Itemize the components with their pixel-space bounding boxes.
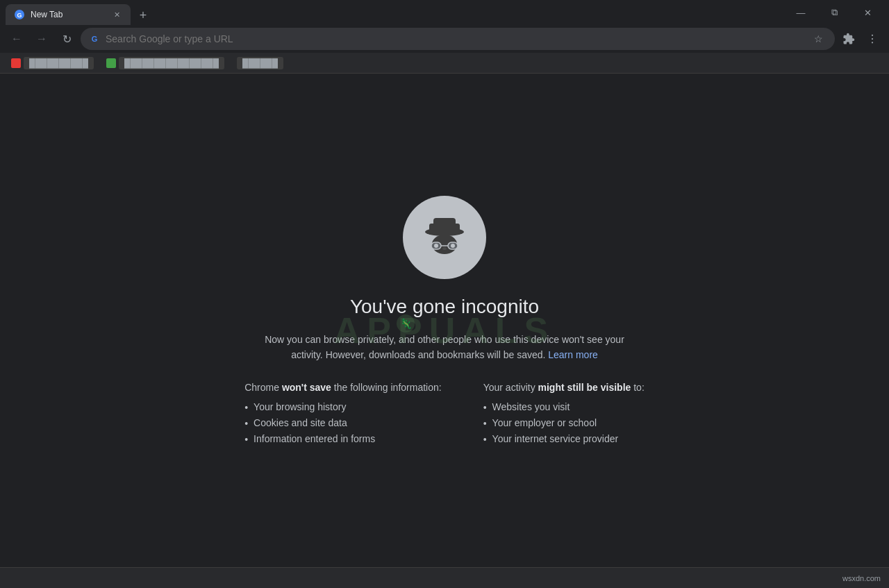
extensions-icon xyxy=(842,33,855,45)
still-visible-heading: Your activity might still be visible to: xyxy=(483,382,645,393)
svg-point-4 xyxy=(872,35,873,36)
back-button[interactable]: ← xyxy=(6,28,28,50)
still-visible-item-3: Your internet service provider xyxy=(483,433,645,445)
wont-save-item-2: Cookies and site data xyxy=(244,417,441,429)
bookmark-favicon-2 xyxy=(106,58,116,68)
bookmark-label-1: ██████████ xyxy=(24,57,94,69)
incognito-title: You've gone incognito xyxy=(350,296,539,318)
svg-point-17 xyxy=(434,244,438,248)
maximize-button[interactable]: ⧉ xyxy=(818,0,850,25)
svg-rect-11 xyxy=(433,218,456,226)
reload-icon: ↻ xyxy=(63,33,72,46)
status-bar-text: wsxdn.com xyxy=(842,574,881,582)
wont-save-bold: won't save xyxy=(282,382,331,393)
svg-point-18 xyxy=(451,244,455,248)
tab-favicon: G xyxy=(14,9,25,20)
close-button[interactable]: ✕ xyxy=(851,0,883,25)
svg-text:G: G xyxy=(92,35,98,43)
incognito-container: You've gone incognito Now you can browse… xyxy=(201,196,688,446)
svg-point-5 xyxy=(872,38,873,40)
still-visible-column: Your activity might still be visible to:… xyxy=(483,382,645,445)
incognito-svg xyxy=(417,210,472,265)
wont-save-item-3: Information entered in forms xyxy=(244,433,441,445)
wont-save-heading: Chrome won't save the following informat… xyxy=(244,382,441,393)
menu-icon xyxy=(866,33,879,45)
navigation-bar: ← → ↻ G ☆ xyxy=(0,25,889,53)
address-bar[interactable]: G ☆ xyxy=(81,28,835,50)
main-content: APPUALS 🦎 xyxy=(0,74,889,567)
address-actions: ☆ xyxy=(810,31,826,47)
minimize-button[interactable]: — xyxy=(785,0,817,25)
google-favicon: G xyxy=(89,33,100,44)
still-visible-pre: Your activity xyxy=(483,382,538,393)
bookmark-item-2[interactable]: ████████████████ xyxy=(101,54,230,72)
bookmark-label-3: ██████ xyxy=(237,57,283,69)
incognito-description: Now you can browse privately, and other … xyxy=(250,332,639,363)
still-visible-item-2: Your employer or school xyxy=(483,417,645,429)
wont-save-column: Chrome won't save the following informat… xyxy=(244,382,441,445)
wont-save-post: the following information: xyxy=(331,382,442,393)
back-icon: ← xyxy=(11,33,22,45)
toolbar-actions xyxy=(838,28,883,50)
bookmark-star-button[interactable]: ☆ xyxy=(810,31,826,47)
extensions-button[interactable] xyxy=(838,28,860,50)
status-bar: wsxdn.com xyxy=(0,567,889,588)
new-tab-button[interactable]: + xyxy=(133,6,153,25)
svg-text:G: G xyxy=(17,12,22,19)
bookmark-label-2: ████████████████ xyxy=(119,57,224,69)
tab-close-button[interactable]: ✕ xyxy=(111,9,122,20)
bookmark-item-3[interactable]: ██████ xyxy=(231,54,289,72)
active-tab[interactable]: G New Tab ✕ xyxy=(6,4,131,25)
info-columns: Chrome won't save the following informat… xyxy=(244,382,645,445)
wont-save-item-1: Your browsing history xyxy=(244,401,441,413)
incognito-icon xyxy=(403,196,486,279)
bookmark-item-1[interactable]: ██████████ xyxy=(6,54,99,72)
title-bar: G New Tab ✕ + — ⧉ ✕ xyxy=(0,0,889,25)
address-input[interactable] xyxy=(106,33,804,44)
menu-button[interactable] xyxy=(861,28,883,50)
learn-more-link[interactable]: Learn more xyxy=(548,349,598,360)
bookmark-favicon-1 xyxy=(11,58,21,68)
still-visible-post: to: xyxy=(631,382,644,393)
wont-save-list: Your browsing history Cookies and site d… xyxy=(244,401,441,445)
tab-title: New Tab xyxy=(31,10,106,19)
still-visible-bold: might still be visible xyxy=(538,382,631,393)
reload-button[interactable]: ↻ xyxy=(56,28,78,50)
still-visible-item-1: Websites you visit xyxy=(483,401,645,413)
bookmarks-bar: ██████████ ████████████████ ██████ xyxy=(0,53,889,74)
svg-point-6 xyxy=(872,42,873,43)
wont-save-pre: Chrome xyxy=(244,382,282,393)
forward-icon: → xyxy=(36,33,47,45)
still-visible-list: Websites you visit Your employer or scho… xyxy=(483,401,645,445)
svg-point-16 xyxy=(442,247,447,250)
tab-strip: G New Tab ✕ + xyxy=(6,0,785,25)
window-controls: — ⧉ ✕ xyxy=(785,0,883,25)
forward-button[interactable]: → xyxy=(31,28,53,50)
